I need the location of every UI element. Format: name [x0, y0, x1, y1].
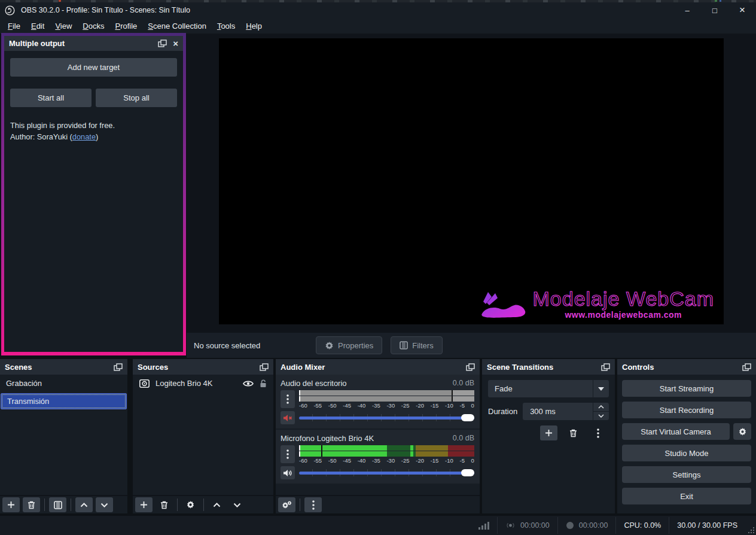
channel-menu-button[interactable]	[281, 390, 295, 408]
dock-float-icon[interactable]	[114, 363, 123, 371]
mixer-channel-desktop: Audio del escritorio 0.0 dB -60-55-50-45…	[276, 375, 480, 428]
speaker-icon	[283, 469, 292, 477]
advanced-audio-button[interactable]	[278, 497, 295, 512]
slider-handle[interactable]	[461, 414, 474, 421]
move-source-up-button[interactable]	[208, 497, 225, 512]
multiple-output-title: Multiple output	[9, 39, 158, 48]
trash-icon	[28, 501, 35, 509]
transition-select[interactable]: Fade	[488, 380, 609, 397]
studio-mode-button[interactable]: Studio Mode	[622, 445, 751, 461]
settings-button[interactable]: Settings	[622, 466, 751, 483]
close-button[interactable]: ×	[728, 2, 756, 18]
spin-down-button[interactable]	[593, 411, 609, 420]
maximize-button[interactable]: □	[701, 2, 728, 18]
spin-up-button[interactable]	[593, 403, 609, 411]
scene-item-transmision[interactable]: Transmisión	[1, 393, 127, 409]
dock-float-icon[interactable]	[601, 363, 610, 371]
stop-all-button[interactable]: Stop all	[96, 89, 177, 107]
transitions-header[interactable]: Scene Transitions	[482, 359, 615, 375]
start-all-button[interactable]: Start all	[10, 89, 92, 107]
remove-source-button[interactable]	[156, 497, 173, 512]
filter-icon	[400, 341, 408, 349]
transition-menu-button[interactable]	[589, 425, 606, 440]
start-streaming-button[interactable]: Start Streaming	[622, 380, 751, 397]
scenes-toolbar	[0, 495, 127, 513]
move-scene-up-button[interactable]	[75, 497, 93, 512]
dock-float-icon[interactable]	[158, 39, 167, 47]
virtual-camera-config-button[interactable]	[733, 423, 751, 440]
mute-button-unmuted[interactable]	[281, 466, 295, 479]
source-item-logitech[interactable]: Logitech Brio 4K	[133, 375, 273, 392]
volume-meter	[299, 445, 474, 457]
menu-file[interactable]: File	[2, 20, 26, 32]
scenes-header[interactable]: Scenes	[0, 359, 127, 375]
signal-bars-icon	[478, 521, 489, 530]
menu-scene-collection[interactable]: Scene Collection	[142, 20, 212, 32]
mixer-menu-button[interactable]	[304, 497, 322, 512]
menu-docks[interactable]: Docks	[77, 20, 109, 32]
filters-button[interactable]: Filters	[391, 336, 442, 354]
volume-slider[interactable]	[299, 414, 474, 422]
kebab-icon	[312, 500, 315, 510]
chevron-down-icon	[233, 503, 241, 507]
sliver-speck	[720, 0, 721, 2]
gear-icon	[738, 427, 747, 436]
resize-grip[interactable]	[745, 516, 756, 535]
menu-edit[interactable]: Edit	[26, 20, 50, 32]
multiple-output-header[interactable]: Multiple output ×	[4, 36, 183, 51]
title-bar[interactable]: OBS 30.2.0 - Profile: Sin Título - Scene…	[0, 2, 756, 18]
exit-button[interactable]: Exit	[622, 488, 751, 504]
meter-scale: -60-55-50-45-40-35-30-25-20-15-10-50	[299, 402, 474, 409]
filter-icon	[54, 501, 62, 509]
toolbar-separator	[203, 498, 204, 511]
dock-close-icon[interactable]: ×	[173, 39, 178, 48]
source-properties-button[interactable]	[182, 497, 199, 512]
move-scene-down-button[interactable]	[96, 497, 113, 512]
donate-link[interactable]: donate	[72, 132, 96, 141]
add-transition-button[interactable]	[540, 425, 557, 440]
double-gear-icon	[282, 501, 292, 509]
plus-icon	[140, 501, 148, 509]
fps-indicator: 30.00 / 30.00 FPS	[669, 516, 745, 535]
menu-help[interactable]: Help	[240, 20, 267, 32]
volume-slider[interactable]	[299, 469, 474, 477]
trash-icon	[160, 501, 168, 509]
menu-profile[interactable]: Profile	[109, 20, 142, 32]
add-new-target-button[interactable]: Add new target	[10, 58, 177, 77]
dock-float-icon[interactable]	[742, 363, 751, 371]
start-recording-button[interactable]: Start Recording	[622, 402, 751, 418]
dock-float-icon[interactable]	[260, 363, 269, 371]
move-source-down-button[interactable]	[228, 497, 246, 512]
grip-dots-icon	[748, 527, 754, 533]
audio-mixer-header[interactable]: Audio Mixer	[276, 359, 480, 375]
controls-header[interactable]: Controls	[617, 359, 756, 375]
source-toolbar: No source selected Properties Filters	[187, 333, 756, 358]
minimize-button[interactable]: –	[673, 2, 701, 18]
plus-icon	[7, 501, 15, 509]
add-source-button[interactable]	[135, 497, 153, 512]
menu-tools[interactable]: Tools	[212, 20, 240, 32]
menu-view[interactable]: View	[50, 20, 77, 32]
channel-menu-button[interactable]	[281, 445, 295, 463]
camera-icon	[139, 379, 150, 388]
combo-arrow[interactable]	[593, 380, 609, 397]
multiple-output-highlight-border: Multiple output × Add new target Start a…	[1, 33, 186, 355]
start-virtual-camera-button[interactable]: Start Virtual Camera	[622, 423, 730, 440]
chevron-down-icon	[100, 503, 108, 507]
gear-icon	[186, 500, 195, 509]
duration-spinbox[interactable]: 300 ms	[523, 403, 609, 420]
mute-button-muted[interactable]	[281, 411, 295, 424]
eye-visible-icon[interactable]	[243, 380, 254, 387]
remove-scene-button[interactable]	[23, 497, 40, 512]
scene-filters-button[interactable]	[49, 497, 66, 512]
slider-handle[interactable]	[461, 469, 474, 476]
scene-item-grabacion[interactable]: Grabación	[0, 375, 127, 392]
preview-canvas[interactable]: Modelaje WebCam www.modelajewebcam.com	[219, 38, 724, 324]
remove-transition-button[interactable]	[565, 425, 582, 440]
sources-header[interactable]: Sources	[133, 359, 273, 375]
unlock-icon[interactable]	[260, 379, 267, 388]
cpu-usage: CPU: 0.0%	[616, 516, 669, 535]
add-scene-button[interactable]	[2, 497, 20, 512]
properties-button[interactable]: Properties	[316, 336, 382, 354]
dock-float-icon[interactable]	[466, 363, 475, 371]
